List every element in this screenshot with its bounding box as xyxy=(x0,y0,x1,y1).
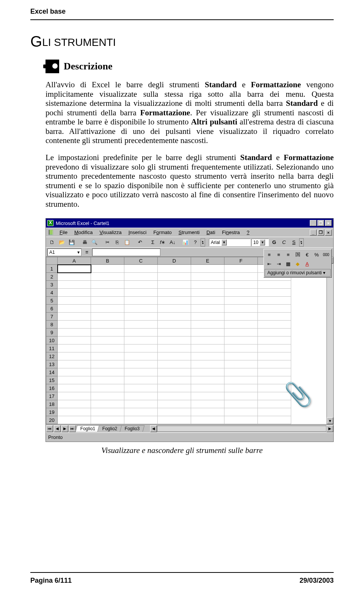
cell[interactable] xyxy=(224,344,258,352)
align-center-button[interactable]: ≡ xyxy=(274,250,283,259)
column-header[interactable]: D xyxy=(158,257,191,265)
minimize-button[interactable]: _ xyxy=(310,220,317,226)
cell[interactable] xyxy=(224,392,258,400)
row-header[interactable]: 5 xyxy=(46,297,58,305)
dropdown-arrow-icon[interactable]: ▼ xyxy=(221,239,227,245)
row-header[interactable]: 16 xyxy=(46,384,58,392)
cell[interactable] xyxy=(224,305,258,313)
row-header[interactable]: 11 xyxy=(46,344,58,352)
cell[interactable] xyxy=(124,416,158,424)
align-left-button[interactable]: ≡ xyxy=(265,250,274,259)
select-all-corner[interactable] xyxy=(46,257,58,265)
cell[interactable] xyxy=(91,352,124,360)
column-header[interactable]: F xyxy=(224,257,258,265)
cell[interactable] xyxy=(58,337,91,344)
menu-modifica[interactable]: Modifica xyxy=(71,229,96,236)
cell[interactable] xyxy=(191,289,224,297)
dropdown-arrow-icon[interactable]: ▾ xyxy=(77,250,80,255)
cell[interactable] xyxy=(191,400,224,408)
column-header[interactable]: B xyxy=(91,257,124,265)
office-assistant-icon[interactable]: 📎 xyxy=(284,381,311,411)
cell[interactable] xyxy=(91,265,124,273)
menu-finestra[interactable]: Finestra xyxy=(219,229,243,236)
autosum-button[interactable]: Σ xyxy=(148,238,157,247)
bold-button[interactable]: G xyxy=(270,238,279,247)
cell[interactable] xyxy=(91,416,124,424)
cell[interactable] xyxy=(58,376,91,384)
cell[interactable] xyxy=(91,305,124,313)
cell[interactable] xyxy=(124,313,158,321)
cell[interactable] xyxy=(224,408,258,416)
row-header[interactable]: 9 xyxy=(46,329,58,337)
percent-button[interactable]: % xyxy=(312,250,321,259)
cell[interactable] xyxy=(124,265,158,273)
cell[interactable] xyxy=(91,368,124,376)
cell[interactable] xyxy=(58,297,91,305)
sheet-tab[interactable]: Foglio3 xyxy=(119,425,144,432)
cell[interactable] xyxy=(258,305,291,313)
cell[interactable] xyxy=(124,408,158,416)
doc-minimize-button[interactable]: _ xyxy=(310,230,317,236)
cell[interactable] xyxy=(224,337,258,344)
cell[interactable] xyxy=(158,392,191,400)
cell[interactable] xyxy=(124,305,158,313)
cell[interactable] xyxy=(224,273,258,281)
preview-button[interactable]: 🔍 xyxy=(90,238,99,247)
cell[interactable] xyxy=(124,329,158,337)
sheet-tab[interactable]: Foglio2 xyxy=(97,425,122,432)
add-remove-buttons[interactable]: Aggiungi o rimuovi pulsanti ▾ xyxy=(265,269,331,277)
row-header[interactable]: 14 xyxy=(46,368,58,376)
cell[interactable] xyxy=(191,265,224,273)
name-box[interactable]: A1 ▾ xyxy=(47,248,82,256)
font-color-button[interactable]: A xyxy=(303,259,312,268)
cell[interactable] xyxy=(158,344,191,352)
cell[interactable] xyxy=(91,329,124,337)
cell[interactable] xyxy=(58,321,91,329)
tab-nav-first[interactable]: ⏮ xyxy=(46,425,53,432)
scroll-track[interactable] xyxy=(157,426,326,432)
column-header[interactable]: A xyxy=(58,257,91,265)
menu-dati[interactable]: Dati xyxy=(203,229,218,236)
cell[interactable] xyxy=(91,281,124,289)
cell[interactable] xyxy=(224,329,258,337)
row-header[interactable]: 8 xyxy=(46,321,58,329)
cell[interactable] xyxy=(58,360,91,368)
cell[interactable] xyxy=(224,360,258,368)
merge-button[interactable]: 国 xyxy=(293,250,302,259)
currency-button[interactable]: € xyxy=(303,250,312,259)
cell[interactable] xyxy=(224,376,258,384)
cell[interactable] xyxy=(158,329,191,337)
cell[interactable] xyxy=(124,368,158,376)
cell[interactable] xyxy=(158,337,191,344)
italic-button[interactable]: C xyxy=(279,238,289,247)
cell[interactable] xyxy=(258,368,291,376)
cell[interactable] xyxy=(58,344,91,352)
cell[interactable] xyxy=(91,400,124,408)
row-header[interactable]: 19 xyxy=(46,408,58,416)
cell[interactable] xyxy=(258,297,291,305)
cell[interactable] xyxy=(124,281,158,289)
tab-nav-prev[interactable]: ◀ xyxy=(54,425,61,432)
close-button[interactable]: × xyxy=(325,220,332,226)
formula-input[interactable] xyxy=(92,248,160,256)
tab-nav-last[interactable]: ⏭ xyxy=(69,425,76,432)
underline-button[interactable]: S xyxy=(289,238,298,247)
cell[interactable] xyxy=(91,392,124,400)
increase-indent-button[interactable]: ⇥ xyxy=(274,259,283,268)
cell[interactable] xyxy=(91,313,124,321)
cell[interactable] xyxy=(91,384,124,392)
cell[interactable] xyxy=(224,281,258,289)
cell[interactable] xyxy=(124,297,158,305)
cell[interactable] xyxy=(58,329,91,337)
cell[interactable] xyxy=(124,392,158,400)
save-button[interactable]: 💾 xyxy=(67,238,76,247)
cell[interactable] xyxy=(91,297,124,305)
more-buttons-format[interactable]: ▸▾ xyxy=(299,238,304,247)
column-header[interactable]: C xyxy=(124,257,158,265)
row-header[interactable]: 3 xyxy=(46,281,58,289)
cell[interactable] xyxy=(191,329,224,337)
cell[interactable] xyxy=(91,344,124,352)
cell[interactable] xyxy=(58,384,91,392)
maximize-button[interactable]: ❐ xyxy=(317,220,324,226)
row-header[interactable]: 18 xyxy=(46,400,58,408)
